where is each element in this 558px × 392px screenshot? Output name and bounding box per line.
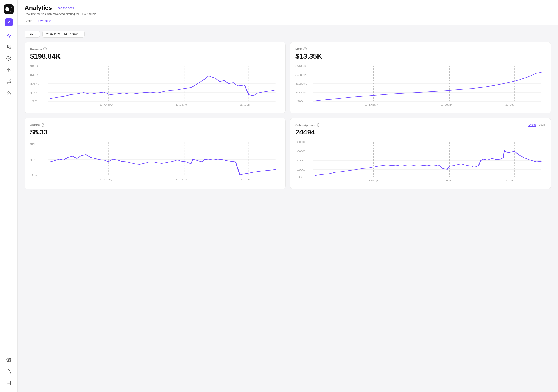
svg-text:1 Jul: 1 Jul [505, 104, 516, 106]
page-title: Analytics [25, 4, 52, 11]
sidebar-item-analytics[interactable] [4, 31, 14, 40]
revenue-chart: $8K $6K $4K $2K $0 1 May 1 Jun 1 Jul [30, 64, 280, 108]
mrr-card: MRR ? $13.35K [290, 42, 551, 113]
metrics-grid: Revenue ? $198.84K [25, 42, 551, 189]
sidebar-item-users[interactable] [4, 42, 14, 52]
svg-text:1 May: 1 May [365, 179, 378, 182]
sidebar: P A B [0, 0, 17, 392]
sidebar-item-docs[interactable] [4, 378, 14, 388]
svg-text:1 Jul: 1 Jul [505, 179, 516, 182]
svg-point-2 [9, 7, 12, 11]
svg-text:1 Jun: 1 Jun [440, 179, 453, 182]
svg-text:$0: $0 [297, 100, 303, 103]
tab-basic[interactable]: Basic [25, 19, 32, 25]
page-header: Analytics Read the docs Realtime metrics… [17, 0, 558, 26]
date-range-button[interactable]: 20.04.2020 – 14.07.2020 ▾ [42, 31, 85, 38]
svg-text:$15: $15 [30, 143, 38, 146]
arppu-chart: $15 $10 $5 1 May 1 Jun 1 Jul [30, 140, 280, 184]
svg-text:1 May: 1 May [99, 104, 113, 106]
svg-text:$4K: $4K [30, 82, 39, 85]
svg-text:600: 600 [297, 150, 305, 152]
svg-text:$10: $10 [30, 158, 38, 161]
mrr-chart: $40K $30K $20K $10K $0 1 May 1 Jun 1 Jul [296, 64, 545, 108]
page-subtitle: Realtime metrics with advanced filtering… [25, 12, 551, 16]
svg-text:1 Jul: 1 Jul [240, 104, 250, 106]
svg-text:1 Jun: 1 Jun [175, 178, 187, 181]
svg-point-4 [8, 58, 9, 59]
mrr-label: MRR ? [296, 47, 545, 51]
svg-point-9 [8, 359, 9, 361]
svg-text:$5: $5 [32, 174, 37, 176]
svg-text:$0: $0 [32, 100, 37, 103]
mrr-value: $13.35K [296, 52, 545, 61]
svg-text:1 Jul: 1 Jul [240, 178, 250, 181]
main-content: Analytics Read the docs Realtime metrics… [17, 0, 558, 392]
docs-link[interactable]: Read the docs [56, 6, 74, 10]
svg-text:0: 0 [299, 176, 302, 178]
subscriptions-label: Subscriptions ? [296, 123, 319, 127]
revenue-card: Revenue ? $198.84K [25, 42, 286, 113]
svg-text:800: 800 [297, 141, 305, 143]
arppu-value: $8.33 [30, 128, 280, 136]
svg-text:$2K: $2K [30, 91, 39, 94]
sidebar-item-feed[interactable] [4, 88, 14, 97]
svg-text:$30K: $30K [296, 74, 307, 76]
user-avatar[interactable]: P [5, 18, 13, 26]
svg-text:B: B [9, 69, 10, 71]
svg-text:1 May: 1 May [365, 104, 378, 106]
sidebar-item-transfer[interactable] [4, 77, 14, 86]
svg-text:1 Jun: 1 Jun [175, 104, 187, 106]
subscriptions-card: Subscriptions ? 24494 Events Users [290, 118, 551, 189]
svg-text:A: A [7, 69, 8, 71]
subscriptions-chart: 800 600 400 200 0 1 May 1 Jun 1 Jul [296, 140, 545, 184]
date-range-label: 20.04.2020 – 14.07.2020 [46, 33, 78, 36]
revenue-info-icon[interactable]: ? [43, 47, 47, 51]
revenue-label: Revenue ? [30, 47, 280, 51]
legend-events[interactable]: Events [528, 123, 536, 127]
tab-advanced[interactable]: Advanced [37, 19, 51, 25]
sidebar-item-abtest[interactable]: A B [4, 65, 14, 75]
svg-text:200: 200 [297, 168, 305, 171]
sidebar-item-settings[interactable] [4, 54, 14, 63]
filters-button[interactable]: Filters [25, 31, 40, 38]
svg-text:$40K: $40K [296, 65, 307, 68]
svg-text:1 Jun: 1 Jun [440, 104, 453, 106]
subscriptions-legend: Events Users [528, 123, 545, 127]
svg-point-8 [7, 94, 8, 95]
sidebar-item-settings-bottom[interactable] [4, 355, 14, 365]
subscriptions-value: 24494 [296, 128, 319, 136]
svg-point-10 [8, 370, 9, 371]
arppu-card: ARPPU ? $8.33 $15 [25, 118, 286, 189]
logo [4, 4, 14, 14]
chevron-down-icon: ▾ [79, 33, 81, 36]
svg-text:$10K: $10K [296, 91, 307, 94]
legend-users[interactable]: Users [539, 123, 545, 127]
svg-text:$20K: $20K [296, 82, 307, 85]
revenue-value: $198.84K [30, 52, 280, 61]
svg-text:$6K: $6K [30, 74, 39, 76]
tab-navigation: Basic Advanced [25, 19, 551, 25]
svg-text:400: 400 [297, 159, 305, 162]
subscriptions-info-icon[interactable]: ? [316, 123, 319, 127]
svg-text:$8K: $8K [30, 65, 39, 68]
svg-point-3 [7, 45, 9, 47]
sidebar-item-profile[interactable] [4, 366, 14, 376]
arppu-info-icon[interactable]: ? [42, 123, 45, 127]
arppu-label: ARPPU ? [30, 123, 280, 127]
content-area: Filters 20.04.2020 – 14.07.2020 ▾ Revenu… [17, 26, 558, 392]
mrr-info-icon[interactable]: ? [303, 47, 307, 51]
svg-text:1 May: 1 May [99, 178, 113, 181]
filter-bar: Filters 20.04.2020 – 14.07.2020 ▾ [25, 31, 551, 38]
